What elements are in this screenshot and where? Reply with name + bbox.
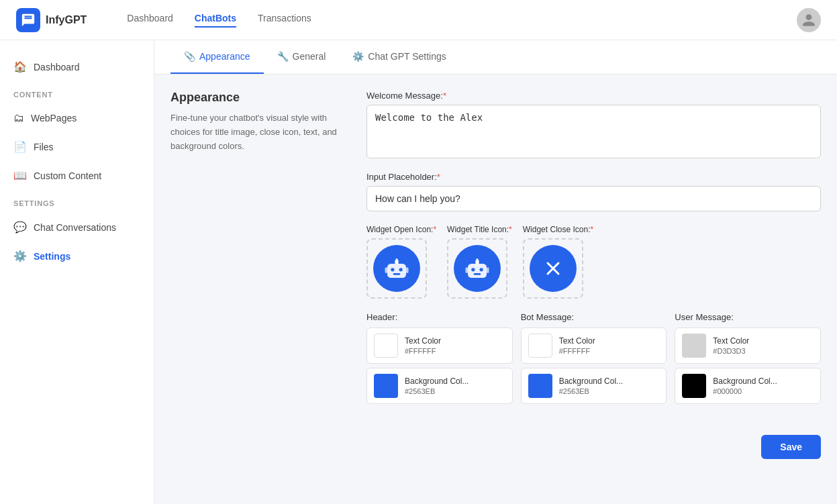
svg-point-1 bbox=[391, 268, 394, 271]
header-text-color-label: Text Color bbox=[405, 336, 441, 346]
tab-chatgpt-label: Chat GPT Settings bbox=[368, 51, 446, 62]
user-text-swatch bbox=[682, 334, 706, 358]
header-section-title: Header: bbox=[366, 312, 513, 322]
user-bg-color-value: #000000 bbox=[713, 387, 777, 395]
color-sections-row: Header: Text Color #FFFFFF Background bbox=[366, 312, 821, 408]
widget-open-icon-group: Widget Open Icon:* bbox=[366, 225, 436, 299]
settings-section-label: SETTINGS bbox=[0, 191, 154, 211]
home-icon: 🏠 bbox=[13, 60, 27, 73]
user-text-color-label: Text Color bbox=[713, 336, 749, 346]
bot-text-swatch bbox=[528, 334, 552, 358]
sidebar-item-settings[interactable]: ⚙️ Settings bbox=[0, 243, 154, 269]
section-title: Appearance bbox=[170, 91, 345, 105]
widget-close-label: Widget Close Icon:* bbox=[523, 225, 593, 234]
nav-chatbots[interactable]: ChatBots bbox=[195, 13, 236, 28]
svg-rect-12 bbox=[474, 273, 481, 275]
svg-rect-8 bbox=[406, 267, 409, 273]
tab-appearance-label: Appearance bbox=[199, 51, 250, 62]
tab-general-label: General bbox=[293, 51, 326, 62]
files-icon: 📄 bbox=[13, 140, 27, 153]
svg-point-6 bbox=[395, 258, 398, 261]
svg-point-15 bbox=[476, 258, 479, 261]
sidebar-label-settings: Settings bbox=[34, 251, 70, 262]
widget-open-icon-box[interactable] bbox=[366, 238, 427, 299]
user-section-title: User Message: bbox=[675, 312, 821, 322]
svg-rect-3 bbox=[393, 273, 401, 275]
svg-rect-7 bbox=[385, 267, 388, 273]
header-bg-color-value: #2563EB bbox=[405, 387, 469, 395]
welcome-message-input[interactable]: Welcome to the Alex bbox=[366, 105, 821, 158]
close-x-icon bbox=[530, 245, 577, 292]
section-description: Fine-tune your chatbot's visual style wi… bbox=[170, 111, 345, 153]
tab-appearance[interactable]: 📎 Appearance bbox=[170, 40, 264, 74]
bot-title-icon bbox=[454, 245, 501, 292]
sidebar: 🏠 Dashboard CONTENT 🗂 WebPages 📄 Files 📖… bbox=[0, 40, 154, 504]
bot-bg-swatch bbox=[528, 374, 552, 398]
icons-row: Widget Open Icon:* bbox=[366, 225, 821, 299]
save-button[interactable]: Save bbox=[761, 435, 821, 459]
webpages-icon: 🗂 bbox=[13, 112, 24, 124]
header-color-section: Header: Text Color #FFFFFF Background bbox=[366, 312, 513, 408]
settings-icon: ⚙️ bbox=[13, 250, 27, 262]
svg-rect-17 bbox=[487, 267, 489, 273]
bot-text-color-label: Text Color bbox=[559, 336, 595, 346]
widget-close-icon-group: Widget Close Icon:* bbox=[523, 225, 593, 299]
user-bg-color-label: Background Col... bbox=[713, 376, 777, 386]
nav-transactions[interactable]: Transactions bbox=[258, 13, 311, 28]
sidebar-label-files: Files bbox=[34, 142, 54, 152]
sidebar-item-files[interactable]: 📄 Files bbox=[0, 134, 154, 160]
content-section-label: CONTENT bbox=[0, 83, 154, 103]
user-text-color-value: #D3D3D3 bbox=[713, 347, 749, 355]
input-placeholder-input[interactable] bbox=[366, 186, 821, 211]
user-message-color-section: User Message: Text Color #D3D3D3 Backg bbox=[675, 312, 821, 408]
nav-dashboard[interactable]: Dashboard bbox=[127, 13, 173, 28]
top-nav: InfyGPT Dashboard ChatBots Transactions bbox=[0, 0, 837, 40]
tab-bar: 📎 Appearance 🔧 General ⚙️ Chat GPT Setti… bbox=[154, 40, 837, 74]
sidebar-item-chat-conversations[interactable]: 💬 Chat Conversations bbox=[0, 214, 154, 240]
header-text-color-row[interactable]: Text Color #FFFFFF bbox=[366, 327, 513, 364]
custom-content-icon: 📖 bbox=[13, 169, 27, 182]
tab-general[interactable]: 🔧 General bbox=[264, 40, 340, 74]
bot-text-color-value: #FFFFFF bbox=[559, 347, 595, 355]
chatgpt-tab-icon: ⚙️ bbox=[352, 51, 364, 62]
bot-text-color-row[interactable]: Text Color #FFFFFF bbox=[521, 327, 667, 364]
main-content: 📎 Appearance 🔧 General ⚙️ Chat GPT Setti… bbox=[154, 40, 837, 504]
save-bar: Save bbox=[154, 424, 837, 470]
input-placeholder-label: Input Placeholder:* bbox=[366, 172, 821, 182]
bot-bg-color-row[interactable]: Background Col... #2563EB bbox=[521, 368, 667, 404]
bot-section-title: Bot Message: bbox=[521, 312, 667, 322]
bot-open-icon bbox=[373, 245, 420, 292]
sidebar-item-custom-content[interactable]: 📖 Custom Content bbox=[0, 162, 154, 189]
left-panel: Appearance Fine-tune your chatbot's visu… bbox=[170, 91, 345, 408]
widget-close-icon-box[interactable] bbox=[523, 238, 583, 299]
header-bg-swatch bbox=[374, 374, 398, 398]
user-text-color-row[interactable]: Text Color #D3D3D3 bbox=[675, 327, 821, 364]
user-bg-swatch bbox=[682, 374, 706, 398]
avatar[interactable] bbox=[797, 8, 821, 32]
widget-title-icon-box[interactable] bbox=[447, 238, 507, 299]
svg-rect-16 bbox=[466, 267, 469, 273]
header-bg-color-label: Background Col... bbox=[405, 376, 469, 386]
general-tab-icon: 🔧 bbox=[277, 51, 289, 62]
content-area: Appearance Fine-tune your chatbot's visu… bbox=[154, 74, 837, 424]
sidebar-item-dashboard[interactable]: 🏠 Dashboard bbox=[0, 54, 154, 80]
logo: InfyGPT bbox=[16, 8, 87, 32]
user-bg-color-row[interactable]: Background Col... #000000 bbox=[675, 368, 821, 404]
sidebar-item-webpages[interactable]: 🗂 WebPages bbox=[0, 105, 154, 131]
svg-point-2 bbox=[399, 268, 403, 271]
tab-chatgpt-settings[interactable]: ⚙️ Chat GPT Settings bbox=[339, 40, 459, 74]
widget-open-label: Widget Open Icon:* bbox=[366, 225, 436, 234]
svg-rect-9 bbox=[468, 264, 487, 278]
svg-point-11 bbox=[480, 268, 483, 271]
right-panel: Welcome Message:* Welcome to the Alex In… bbox=[366, 91, 821, 408]
chat-icon: 💬 bbox=[13, 221, 27, 234]
widget-title-label: Widget Title Icon:* bbox=[447, 225, 512, 234]
logo-icon bbox=[16, 8, 40, 32]
widget-title-icon-group: Widget Title Icon:* bbox=[447, 225, 512, 299]
app-name: InfyGPT bbox=[46, 14, 87, 26]
sidebar-label-dashboard: Dashboard bbox=[34, 62, 80, 72]
appearance-tab-icon: 📎 bbox=[184, 51, 195, 62]
header-bg-color-row[interactable]: Background Col... #2563EB bbox=[366, 368, 513, 404]
sidebar-label-chat-conversations: Chat Conversations bbox=[34, 222, 116, 233]
bot-message-color-section: Bot Message: Text Color #FFFFFF Backgr bbox=[521, 312, 667, 408]
